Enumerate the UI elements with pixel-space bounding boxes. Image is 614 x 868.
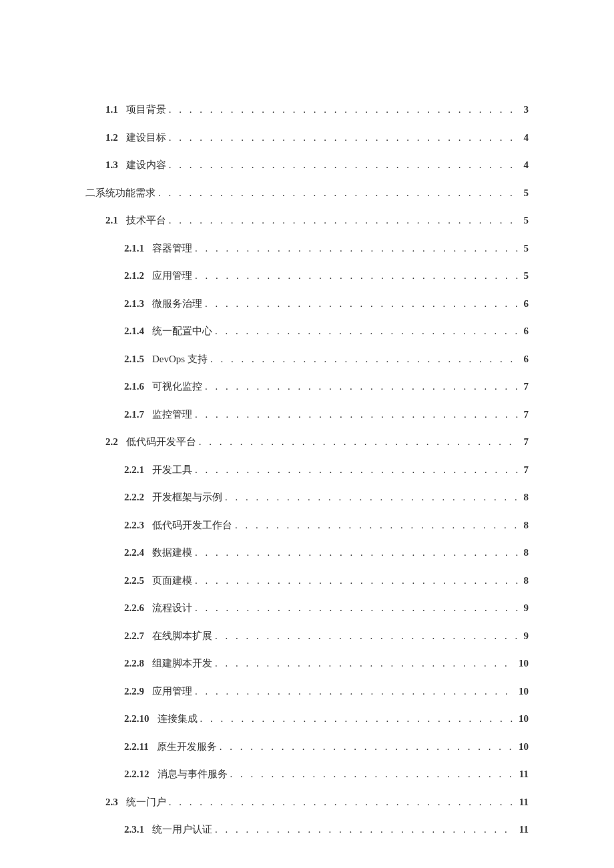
toc-page: 10: [519, 657, 529, 671]
toc-title: 流程设计: [152, 602, 192, 615]
toc-page: 9: [524, 630, 529, 643]
toc-title: 统一门户: [126, 796, 166, 809]
toc-leader: . . . . . . . . . . . . . . . . . . . . …: [215, 823, 515, 837]
toc-number: 1.3: [105, 159, 118, 172]
toc-number: 1.1: [105, 103, 118, 117]
toc-title: 低代码开发平台: [126, 436, 196, 449]
toc-number: 2.2.9: [124, 685, 144, 699]
toc-page: 11: [519, 796, 529, 809]
toc-entry[interactable]: 2.3统一门户. . . . . . . . . . . . . . . . .…: [105, 796, 529, 809]
toc-page: 6: [524, 353, 529, 366]
toc-number: 2.2.4: [124, 546, 144, 560]
toc-entry[interactable]: 2.1.4统一配置中心. . . . . . . . . . . . . . .…: [124, 325, 529, 338]
toc-leader: . . . . . . . . . . . . . . . . . . . . …: [195, 574, 520, 588]
toc-title: 数据建模: [152, 546, 192, 560]
toc-leader: . . . . . . . . . . . . . . . . . . . . …: [195, 464, 520, 477]
toc-page: 7: [524, 464, 529, 477]
toc-title: 连接集成: [158, 713, 198, 726]
toc-number: 2.1: [105, 214, 118, 228]
toc-title: 开发框架与示例: [152, 491, 222, 504]
toc-leader: . . . . . . . . . . . . . . . . . . . . …: [220, 741, 515, 754]
toc-entry[interactable]: 2.3.1统一用户认证. . . . . . . . . . . . . . .…: [124, 823, 529, 837]
toc-entry[interactable]: 2.2.5页面建模. . . . . . . . . . . . . . . .…: [124, 574, 529, 588]
toc-entry[interactable]: 1.3建设内容. . . . . . . . . . . . . . . . .…: [105, 159, 529, 172]
toc-leader: . . . . . . . . . . . . . . . . . . . . …: [200, 713, 515, 726]
toc-entry[interactable]: 2.1技术平台. . . . . . . . . . . . . . . . .…: [105, 214, 529, 228]
toc-leader: . . . . . . . . . . . . . . . . . . . . …: [205, 380, 520, 394]
toc-entry[interactable]: 2.2低代码开发平台. . . . . . . . . . . . . . . …: [105, 436, 529, 449]
toc-page: 6: [524, 325, 529, 338]
toc-leader: . . . . . . . . . . . . . . . . . . . . …: [215, 325, 520, 338]
toc-title: 在线脚本扩展: [152, 630, 212, 643]
toc-leader: . . . . . . . . . . . . . . . . . . . . …: [230, 768, 515, 781]
toc-leader: . . . . . . . . . . . . . . . . . . . . …: [169, 159, 520, 172]
toc-title: 应用管理: [152, 270, 192, 283]
toc-leader: . . . . . . . . . . . . . . . . . . . . …: [195, 546, 520, 560]
toc-entry[interactable]: 2.2.12消息与事件服务. . . . . . . . . . . . . .…: [124, 768, 529, 781]
toc-entry[interactable]: 2.2.11原生开发服务. . . . . . . . . . . . . . …: [124, 741, 529, 754]
toc-number: 2.3: [105, 796, 118, 809]
toc-leader: . . . . . . . . . . . . . . . . . . . . …: [169, 214, 520, 228]
toc-entry[interactable]: 2.1.2应用管理. . . . . . . . . . . . . . . .…: [124, 270, 529, 283]
toc-leader: . . . . . . . . . . . . . . . . . . . . …: [195, 242, 520, 256]
toc-entry[interactable]: 2.2.2开发框架与示例. . . . . . . . . . . . . . …: [124, 491, 529, 504]
toc-leader: . . . . . . . . . . . . . . . . . . . . …: [169, 131, 520, 145]
toc-page: 5: [524, 242, 529, 256]
toc-entry[interactable]: 2.2.3低代码开发工作台. . . . . . . . . . . . . .…: [124, 519, 529, 532]
toc-title: 消息与事件服务: [158, 768, 228, 781]
toc-entry[interactable]: 1.2建设目标. . . . . . . . . . . . . . . . .…: [105, 131, 529, 145]
toc-page: 11: [519, 768, 529, 781]
toc-number: 2.3.1: [124, 823, 144, 837]
toc-entry[interactable]: 2.1.3微服务治理. . . . . . . . . . . . . . . …: [124, 298, 529, 311]
toc-number: 2.1.4: [124, 325, 144, 338]
toc-leader: . . . . . . . . . . . . . . . . . . . . …: [215, 630, 520, 643]
toc-container: 1.1项目背景. . . . . . . . . . . . . . . . .…: [85, 103, 529, 851]
toc-title: 统一配置中心: [152, 325, 212, 338]
toc-number: 2.1.7: [124, 408, 144, 422]
toc-number: 2.1.1: [124, 242, 144, 256]
toc-entry[interactable]: 二系统功能需求. . . . . . . . . . . . . . . . .…: [85, 187, 529, 200]
toc-page: 5: [524, 214, 529, 228]
toc-number: 2.2.12: [124, 768, 149, 781]
toc-page: 8: [524, 546, 529, 560]
toc-leader: . . . . . . . . . . . . . . . . . . . . …: [199, 436, 520, 449]
toc-entry[interactable]: 2.1.7监控管理. . . . . . . . . . . . . . . .…: [124, 408, 529, 422]
toc-leader: . . . . . . . . . . . . . . . . . . . . …: [195, 408, 520, 422]
toc-entry[interactable]: 2.2.4数据建模. . . . . . . . . . . . . . . .…: [124, 546, 529, 560]
toc-page: 8: [524, 574, 529, 588]
toc-page: 10: [519, 685, 529, 699]
toc-title: 原生开发服务: [157, 741, 217, 754]
toc-leader: . . . . . . . . . . . . . . . . . . . . …: [225, 491, 520, 504]
toc-leader: . . . . . . . . . . . . . . . . . . . . …: [195, 270, 520, 283]
toc-number: 1.2: [105, 131, 118, 145]
toc-page: 5: [524, 270, 529, 283]
toc-page: 7: [524, 436, 529, 449]
toc-title: 可视化监控: [152, 380, 202, 394]
toc-entry[interactable]: 2.1.5DevOps 支持. . . . . . . . . . . . . …: [124, 353, 529, 366]
toc-entry[interactable]: 2.2.7在线脚本扩展. . . . . . . . . . . . . . .…: [124, 630, 529, 643]
toc-title: 微服务治理: [152, 298, 202, 311]
toc-page: 10: [519, 713, 529, 726]
toc-page: 7: [524, 408, 529, 422]
toc-entry[interactable]: 2.2.1开发工具. . . . . . . . . . . . . . . .…: [124, 464, 529, 477]
toc-entry[interactable]: 2.1.1容器管理. . . . . . . . . . . . . . . .…: [124, 242, 529, 256]
toc-title: 应用管理: [152, 685, 192, 699]
toc-title: 统一用户认证: [152, 823, 212, 837]
toc-page: 10: [519, 741, 529, 754]
toc-title: 容器管理: [152, 242, 192, 256]
toc-entry[interactable]: 2.1.6可视化监控. . . . . . . . . . . . . . . …: [124, 380, 529, 394]
toc-title: 项目背景: [126, 103, 166, 117]
toc-title: 组建脚本开发: [152, 657, 212, 671]
toc-leader: . . . . . . . . . . . . . . . . . . . . …: [169, 103, 520, 117]
toc-entry[interactable]: 2.2.9应用管理. . . . . . . . . . . . . . . .…: [124, 685, 529, 699]
toc-entry[interactable]: 2.2.8组建脚本开发. . . . . . . . . . . . . . .…: [124, 657, 529, 671]
toc-page: 5: [524, 187, 529, 200]
toc-leader: . . . . . . . . . . . . . . . . . . . . …: [158, 187, 520, 200]
toc-number: 2.2.6: [124, 602, 144, 615]
toc-title: 技术平台: [126, 214, 166, 228]
toc-entry[interactable]: 2.2.6流程设计. . . . . . . . . . . . . . . .…: [124, 602, 529, 615]
toc-page: 7: [524, 380, 529, 394]
toc-entry[interactable]: 2.2.10连接集成. . . . . . . . . . . . . . . …: [124, 713, 529, 726]
toc-title: 二系统功能需求: [85, 187, 156, 200]
toc-entry[interactable]: 1.1项目背景. . . . . . . . . . . . . . . . .…: [105, 103, 529, 117]
